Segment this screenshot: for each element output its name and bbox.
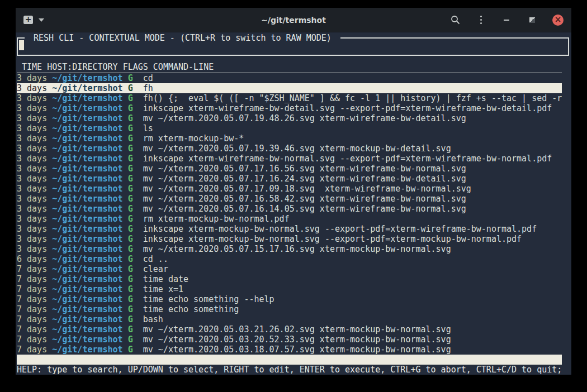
history-row[interactable]: 3 days ~/git/termshot G mv ~/xterm.2020.… [17, 204, 562, 214]
row-command: time x=1 [143, 284, 183, 294]
row-flags: G [123, 73, 143, 83]
history-row[interactable]: 7 days ~/git/termshot G time date [17, 274, 562, 284]
row-flags: G [123, 133, 143, 144]
row-directory: ~/git/termshot [52, 73, 122, 83]
history-row[interactable]: 3 days ~/git/termshot G rm xterm-mockup-… [17, 133, 562, 144]
history-row[interactable]: 3 days ~/git/termshot G inkscape xterm-w… [17, 103, 562, 113]
history-row[interactable]: 7 days ~/git/termshot G mv ~/xterm.2020.… [17, 345, 562, 355]
row-time: 3 days [17, 224, 52, 234]
row-time: 7 days [17, 345, 52, 355]
row-flags: G [123, 214, 143, 224]
row-time: 3 days [17, 113, 52, 123]
row-time: 3 days [17, 244, 52, 254]
row-directory: ~/git/termshot [52, 345, 122, 355]
history-row[interactable]: 3 days ~/git/termshot G mv ~/xterm.2020.… [17, 244, 562, 254]
search-button[interactable] [449, 15, 461, 26]
row-time: 3 days [17, 194, 52, 204]
row-directory: ~/git/termshot [52, 274, 122, 284]
row-directory: ~/git/termshot [52, 113, 122, 123]
history-row[interactable]: 7 days ~/git/termshot G time x=1 [17, 284, 562, 294]
row-directory: ~/git/termshot [52, 103, 122, 113]
history-row[interactable]: 7 days ~/git/termshot G clear [17, 264, 562, 274]
history-row[interactable]: 3 days ~/git/termshot G mv ~/xterm.2020.… [17, 174, 562, 184]
row-directory: ~/git/termshot [52, 174, 122, 184]
row-command: clear [143, 264, 168, 274]
search-box-title: RESH CLI - CONTEXTUAL MODE - (CTRL+R to … [25, 33, 340, 43]
row-directory: ~/git/termshot [52, 184, 122, 194]
terminal-window: ~/git/termshot × RESH CLI [16, 8, 571, 375]
history-row[interactable]: 7 days ~/git/termshot G mv ~/xterm.2020.… [17, 324, 562, 334]
history-row[interactable]: 3 days ~/git/termshot G mv ~/xterm.2020.… [17, 164, 562, 174]
row-directory: ~/git/termshot [52, 264, 122, 274]
row-command: time date [143, 274, 188, 284]
history-row[interactable]: 3 days ~/git/termshot G cd [17, 73, 562, 83]
history-row[interactable]: 3 days ~/git/termshot G mv ~/xterm.2020.… [17, 113, 562, 123]
row-time: 3 days [17, 73, 52, 83]
history-row[interactable]: 3 days ~/git/termshot G inkscape xterm-m… [17, 234, 562, 244]
row-command: mv ~/xterm.2020.05.07.16.58.42.svg xterm… [143, 194, 466, 204]
history-row[interactable]: 7 days ~/git/termshot G time echo someth… [17, 294, 562, 304]
row-flags: G [123, 164, 143, 174]
row-command: inkscape xterm-wireframe-bw-detail.svg -… [143, 103, 552, 113]
row-directory: ~/git/termshot [52, 154, 122, 164]
resh-search-box[interactable]: RESH CLI - CONTEXTUAL MODE - (CTRL+R to … [17, 37, 569, 56]
close-button[interactable]: × [552, 15, 564, 26]
row-command: cd .. [143, 254, 168, 264]
row-directory: ~/git/termshot [52, 194, 122, 204]
row-time: 7 days [17, 304, 52, 314]
row-time: 7 days [17, 314, 52, 324]
row-command: rm xterm-mockup-bw-* [143, 133, 244, 144]
status-bar: 2020-05-08 00:34:56 tower:~/git/termshot… [17, 355, 562, 365]
history-row[interactable]: 7 days ~/git/termshot G mv ~/xterm.2020.… [17, 334, 562, 345]
row-directory: ~/git/termshot [52, 93, 122, 103]
history-row[interactable]: 3 days ~/git/termshot G mv ~/xterm.2020.… [17, 184, 562, 194]
row-time: 7 days [17, 284, 52, 294]
chevron-down-icon[interactable] [39, 18, 44, 22]
history-row[interactable]: 3 days ~/git/termshot G fh [17, 83, 562, 93]
kebab-menu-icon [480, 16, 482, 24]
row-directory: ~/git/termshot [52, 144, 122, 154]
row-directory: ~/git/termshot [52, 324, 122, 334]
row-command: bash [143, 314, 163, 324]
row-flags: G [123, 254, 143, 264]
row-command: inkscape xterm-mockup-bw-normal.svg --ex… [143, 224, 537, 234]
row-flags: G [123, 144, 143, 154]
history-row[interactable]: 3 days ~/git/termshot G fh() {; eval $( … [17, 93, 562, 103]
row-command: mv ~/xterm.2020.05.07.17.16.56.svg xterm… [143, 164, 466, 174]
row-flags: G [123, 204, 143, 214]
new-tab-button[interactable] [23, 16, 33, 24]
row-flags: G [123, 244, 143, 254]
row-command: mv ~/xterm.2020.05.07.17.16.24.svg xterm… [143, 174, 466, 184]
history-row[interactable]: 3 days ~/git/termshot G mv ~/xterm.2020.… [17, 144, 562, 154]
row-time: 3 days [17, 234, 52, 244]
row-time: 3 days [17, 214, 52, 224]
row-directory: ~/git/termshot [52, 304, 122, 314]
history-row[interactable]: 3 days ~/git/termshot G ls [17, 123, 562, 133]
row-command: mv ~/xterm.2020.05.03.21.26.02.svg xterm… [143, 324, 451, 334]
row-time: 7 days [17, 334, 52, 345]
row-flags: G [123, 184, 143, 194]
row-directory: ~/git/termshot [52, 214, 122, 224]
terminal-content[interactable]: RESH CLI - CONTEXTUAL MODE - (CTRL+R to … [16, 32, 571, 375]
history-row[interactable]: 3 days ~/git/termshot G rm xterm-mockup-… [17, 214, 562, 224]
minimize-button[interactable] [501, 15, 512, 26]
history-row[interactable]: 3 days ~/git/termshot G mv ~/xterm.2020.… [17, 194, 562, 204]
row-flags: G [123, 113, 143, 123]
row-command: mv ~/xterm.2020.05.07.19.48.26.svg xterm… [143, 113, 466, 123]
row-command: ls [143, 123, 153, 133]
row-command: time echo something --help [143, 294, 274, 304]
row-flags: G [123, 234, 143, 244]
titlebar[interactable]: ~/git/termshot × [16, 8, 571, 32]
restore-button[interactable] [527, 15, 538, 26]
history-row[interactable]: 7 days ~/git/termshot G bash [17, 314, 562, 324]
menu-button[interactable] [475, 15, 486, 26]
row-directory: ~/git/termshot [52, 204, 122, 214]
row-command: time echo something [143, 304, 239, 314]
row-time: 3 days [17, 164, 52, 174]
row-command: cd [143, 73, 153, 83]
row-time: 3 days [17, 204, 52, 214]
history-row[interactable]: 7 days ~/git/termshot G time echo someth… [17, 304, 562, 314]
history-row[interactable]: 3 days ~/git/termshot G inkscape xterm-m… [17, 224, 562, 234]
history-row[interactable]: 6 days ~/git/termshot G cd .. [17, 254, 562, 264]
history-row[interactable]: 3 days ~/git/termshot G inkscape xterm-w… [17, 154, 562, 164]
